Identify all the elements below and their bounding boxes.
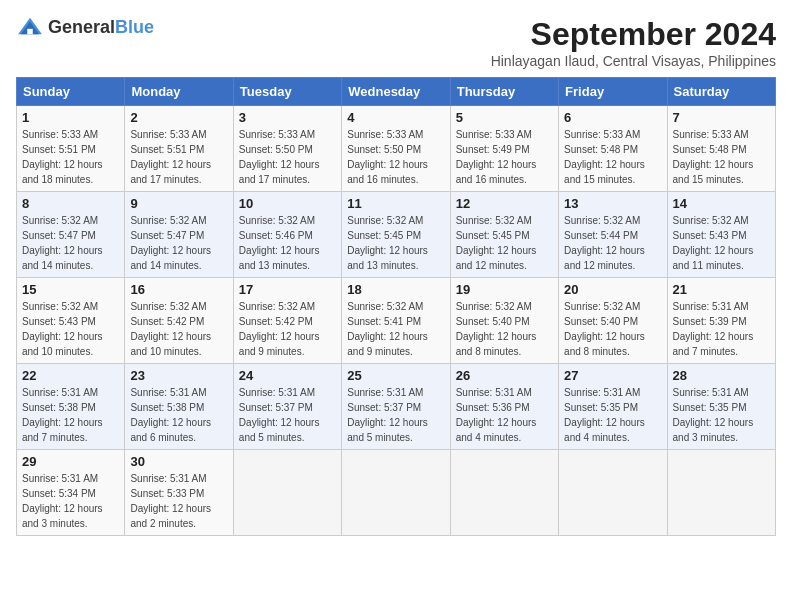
logo-text-general: General <box>48 17 115 37</box>
table-row: 16 Sunrise: 5:32 AM Sunset: 5:42 PM Dayl… <box>125 278 233 364</box>
logo-icon <box>16 16 44 38</box>
table-row: 18 Sunrise: 5:32 AM Sunset: 5:41 PM Dayl… <box>342 278 450 364</box>
table-row: 19 Sunrise: 5:32 AM Sunset: 5:40 PM Dayl… <box>450 278 558 364</box>
table-row: 1 Sunrise: 5:33 AM Sunset: 5:51 PM Dayli… <box>17 106 125 192</box>
header-tuesday: Tuesday <box>233 78 341 106</box>
header-monday: Monday <box>125 78 233 106</box>
table-row: 12 Sunrise: 5:32 AM Sunset: 5:45 PM Dayl… <box>450 192 558 278</box>
table-row <box>450 450 558 536</box>
table-row <box>667 450 775 536</box>
table-row: 30 Sunrise: 5:31 AM Sunset: 5:33 PM Dayl… <box>125 450 233 536</box>
header-sunday: Sunday <box>17 78 125 106</box>
header-thursday: Thursday <box>450 78 558 106</box>
location-title: Hinlayagan Ilaud, Central Visayas, Phili… <box>491 53 776 69</box>
week-row-3: 15 Sunrise: 5:32 AM Sunset: 5:43 PM Dayl… <box>17 278 776 364</box>
logo: GeneralBlue <box>16 16 154 38</box>
table-row: 10 Sunrise: 5:32 AM Sunset: 5:46 PM Dayl… <box>233 192 341 278</box>
table-row <box>559 450 667 536</box>
table-row: 9 Sunrise: 5:32 AM Sunset: 5:47 PM Dayli… <box>125 192 233 278</box>
month-title: September 2024 <box>491 16 776 53</box>
table-row: 11 Sunrise: 5:32 AM Sunset: 5:45 PM Dayl… <box>342 192 450 278</box>
table-row <box>233 450 341 536</box>
table-row: 4 Sunrise: 5:33 AM Sunset: 5:50 PM Dayli… <box>342 106 450 192</box>
table-row: 3 Sunrise: 5:33 AM Sunset: 5:50 PM Dayli… <box>233 106 341 192</box>
table-row <box>342 450 450 536</box>
table-row: 14 Sunrise: 5:32 AM Sunset: 5:43 PM Dayl… <box>667 192 775 278</box>
svg-rect-2 <box>27 29 33 35</box>
table-row: 15 Sunrise: 5:32 AM Sunset: 5:43 PM Dayl… <box>17 278 125 364</box>
week-row-2: 8 Sunrise: 5:32 AM Sunset: 5:47 PM Dayli… <box>17 192 776 278</box>
calendar-header-row: Sunday Monday Tuesday Wednesday Thursday… <box>17 78 776 106</box>
table-row: 5 Sunrise: 5:33 AM Sunset: 5:49 PM Dayli… <box>450 106 558 192</box>
calendar-table: Sunday Monday Tuesday Wednesday Thursday… <box>16 77 776 536</box>
table-row: 21 Sunrise: 5:31 AM Sunset: 5:39 PM Dayl… <box>667 278 775 364</box>
table-row: 27 Sunrise: 5:31 AM Sunset: 5:35 PM Dayl… <box>559 364 667 450</box>
table-row: 26 Sunrise: 5:31 AM Sunset: 5:36 PM Dayl… <box>450 364 558 450</box>
week-row-5: 29 Sunrise: 5:31 AM Sunset: 5:34 PM Dayl… <box>17 450 776 536</box>
table-row: 23 Sunrise: 5:31 AM Sunset: 5:38 PM Dayl… <box>125 364 233 450</box>
page-header: GeneralBlue September 2024 Hinlayagan Il… <box>16 16 776 69</box>
table-row: 7 Sunrise: 5:33 AM Sunset: 5:48 PM Dayli… <box>667 106 775 192</box>
table-row: 20 Sunrise: 5:32 AM Sunset: 5:40 PM Dayl… <box>559 278 667 364</box>
table-row: 13 Sunrise: 5:32 AM Sunset: 5:44 PM Dayl… <box>559 192 667 278</box>
logo-text-blue: Blue <box>115 17 154 37</box>
table-row: 28 Sunrise: 5:31 AM Sunset: 5:35 PM Dayl… <box>667 364 775 450</box>
header-friday: Friday <box>559 78 667 106</box>
table-row: 29 Sunrise: 5:31 AM Sunset: 5:34 PM Dayl… <box>17 450 125 536</box>
week-row-4: 22 Sunrise: 5:31 AM Sunset: 5:38 PM Dayl… <box>17 364 776 450</box>
table-row: 25 Sunrise: 5:31 AM Sunset: 5:37 PM Dayl… <box>342 364 450 450</box>
table-row: 8 Sunrise: 5:32 AM Sunset: 5:47 PM Dayli… <box>17 192 125 278</box>
table-row: 24 Sunrise: 5:31 AM Sunset: 5:37 PM Dayl… <box>233 364 341 450</box>
header-wednesday: Wednesday <box>342 78 450 106</box>
table-row: 6 Sunrise: 5:33 AM Sunset: 5:48 PM Dayli… <box>559 106 667 192</box>
week-row-1: 1 Sunrise: 5:33 AM Sunset: 5:51 PM Dayli… <box>17 106 776 192</box>
table-row: 17 Sunrise: 5:32 AM Sunset: 5:42 PM Dayl… <box>233 278 341 364</box>
table-row: 22 Sunrise: 5:31 AM Sunset: 5:38 PM Dayl… <box>17 364 125 450</box>
header-saturday: Saturday <box>667 78 775 106</box>
table-row: 2 Sunrise: 5:33 AM Sunset: 5:51 PM Dayli… <box>125 106 233 192</box>
title-area: September 2024 Hinlayagan Ilaud, Central… <box>491 16 776 69</box>
